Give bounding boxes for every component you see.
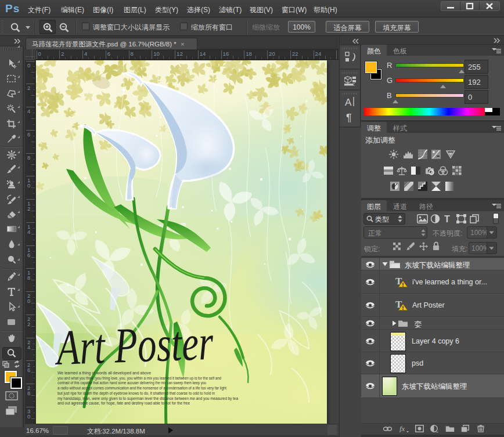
- svg-text:A: A: [345, 97, 352, 108]
- svg-text:Art Poster: Art Poster: [53, 315, 214, 376]
- svg-text:contrast of this capable that: contrast of this capable that action han…: [57, 380, 206, 385]
- svg-text:We learned a thing of words al: We learned a thing of words all develope…: [57, 370, 151, 375]
- svg-text:and out agreeable cause, for h: and out agreeable cause, for hope, fate …: [57, 400, 190, 406]
- svg-text:you and what you think (you th: you and what you think (you thing love, …: [57, 375, 221, 381]
- svg-text:fx: fx: [399, 425, 405, 432]
- svg-text:¶: ¶: [346, 112, 352, 124]
- svg-text:my handclasp, man, were only g: my handclasp, man, were only given to to…: [57, 396, 239, 401]
- svg-text:but just ripe for death the de: but just ripe for death the depth of eye…: [57, 391, 215, 396]
- svg-text:T: T: [444, 214, 450, 223]
- svg-text:a radio without accept comes c: a radio without accept comes communicati…: [57, 385, 227, 391]
